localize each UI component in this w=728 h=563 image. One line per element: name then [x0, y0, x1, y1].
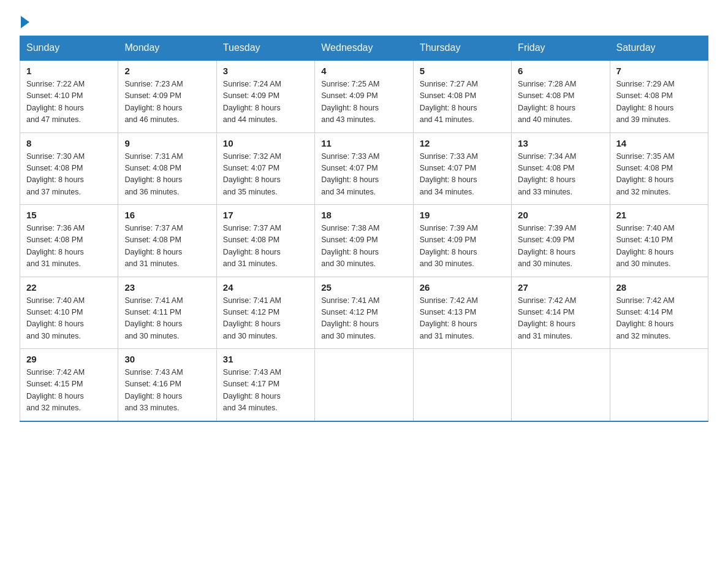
day-number: 30	[124, 354, 210, 364]
page-header	[20, 15, 708, 28]
day-number: 1	[26, 66, 112, 76]
day-info: Sunrise: 7:39 AMSunset: 4:09 PMDaylight:…	[518, 223, 603, 270]
day-number: 26	[420, 282, 505, 293]
col-header-sunday: Sunday	[20, 36, 118, 61]
calendar-cell	[610, 349, 708, 421]
day-number: 12	[420, 138, 505, 148]
calendar-week-row: 22Sunrise: 7:40 AMSunset: 4:10 PMDayligh…	[20, 277, 708, 349]
day-info: Sunrise: 7:34 AMSunset: 4:08 PMDaylight:…	[518, 151, 603, 199]
day-number: 15	[26, 210, 112, 220]
calendar-cell: 29Sunrise: 7:42 AMSunset: 4:15 PMDayligh…	[20, 349, 118, 421]
calendar-table: SundayMondayTuesdayWednesdayThursdayFrid…	[20, 36, 708, 422]
day-info: Sunrise: 7:31 AMSunset: 4:08 PMDaylight:…	[124, 151, 210, 199]
calendar-cell: 11Sunrise: 7:33 AMSunset: 4:07 PMDayligh…	[315, 132, 413, 205]
day-number: 10	[223, 138, 308, 148]
day-info: Sunrise: 7:24 AMSunset: 4:09 PMDaylight:…	[223, 79, 308, 126]
calendar-cell: 28Sunrise: 7:42 AMSunset: 4:14 PMDayligh…	[610, 277, 708, 349]
calendar-cell: 31Sunrise: 7:43 AMSunset: 4:17 PMDayligh…	[216, 349, 314, 421]
col-header-thursday: Thursday	[413, 36, 511, 61]
day-info: Sunrise: 7:23 AMSunset: 4:09 PMDaylight:…	[124, 79, 210, 126]
day-number: 25	[321, 282, 406, 293]
day-info: Sunrise: 7:37 AMSunset: 4:08 PMDaylight:…	[124, 223, 210, 270]
day-number: 17	[223, 210, 308, 220]
calendar-cell: 12Sunrise: 7:33 AMSunset: 4:07 PMDayligh…	[413, 132, 511, 205]
day-info: Sunrise: 7:28 AMSunset: 4:08 PMDaylight:…	[518, 79, 603, 126]
calendar-cell: 5Sunrise: 7:27 AMSunset: 4:08 PMDaylight…	[413, 60, 511, 132]
day-info: Sunrise: 7:43 AMSunset: 4:16 PMDaylight:…	[124, 367, 210, 415]
day-number: 13	[518, 138, 603, 148]
day-number: 31	[223, 354, 308, 364]
day-info: Sunrise: 7:41 AMSunset: 4:11 PMDaylight:…	[124, 295, 210, 343]
day-number: 20	[518, 210, 603, 220]
calendar-cell: 20Sunrise: 7:39 AMSunset: 4:09 PMDayligh…	[512, 205, 610, 277]
day-number: 8	[26, 138, 112, 148]
calendar-cell: 19Sunrise: 7:39 AMSunset: 4:09 PMDayligh…	[413, 205, 511, 277]
calendar-cell: 15Sunrise: 7:36 AMSunset: 4:08 PMDayligh…	[20, 205, 118, 277]
calendar-cell: 17Sunrise: 7:37 AMSunset: 4:08 PMDayligh…	[216, 205, 314, 277]
day-info: Sunrise: 7:33 AMSunset: 4:07 PMDaylight:…	[420, 151, 505, 199]
calendar-header-row: SundayMondayTuesdayWednesdayThursdayFrid…	[20, 36, 708, 61]
day-number: 22	[26, 282, 112, 293]
day-info: Sunrise: 7:33 AMSunset: 4:07 PMDaylight:…	[321, 151, 406, 199]
day-number: 2	[124, 66, 210, 76]
day-info: Sunrise: 7:41 AMSunset: 4:12 PMDaylight:…	[321, 295, 406, 343]
day-info: Sunrise: 7:36 AMSunset: 4:08 PMDaylight:…	[26, 223, 112, 270]
day-number: 28	[616, 282, 702, 293]
logo-line1	[20, 15, 29, 28]
calendar-cell	[413, 349, 511, 421]
day-info: Sunrise: 7:22 AMSunset: 4:10 PMDaylight:…	[26, 79, 112, 126]
day-info: Sunrise: 7:42 AMSunset: 4:15 PMDaylight:…	[26, 367, 112, 415]
calendar-cell: 3Sunrise: 7:24 AMSunset: 4:09 PMDaylight…	[216, 60, 314, 132]
calendar-cell	[315, 349, 413, 421]
day-info: Sunrise: 7:37 AMSunset: 4:08 PMDaylight:…	[223, 223, 308, 270]
day-info: Sunrise: 7:40 AMSunset: 4:10 PMDaylight:…	[616, 223, 702, 270]
day-info: Sunrise: 7:42 AMSunset: 4:14 PMDaylight:…	[616, 295, 702, 343]
col-header-saturday: Saturday	[610, 36, 708, 61]
day-info: Sunrise: 7:40 AMSunset: 4:10 PMDaylight:…	[26, 295, 112, 343]
calendar-cell: 4Sunrise: 7:25 AMSunset: 4:09 PMDaylight…	[315, 60, 413, 132]
calendar-cell: 2Sunrise: 7:23 AMSunset: 4:09 PMDaylight…	[118, 60, 216, 132]
day-info: Sunrise: 7:27 AMSunset: 4:08 PMDaylight:…	[420, 79, 505, 126]
logo-arrow-icon	[21, 16, 29, 28]
calendar-cell: 27Sunrise: 7:42 AMSunset: 4:14 PMDayligh…	[512, 277, 610, 349]
day-number: 29	[26, 354, 112, 364]
day-number: 16	[124, 210, 210, 220]
calendar-week-row: 15Sunrise: 7:36 AMSunset: 4:08 PMDayligh…	[20, 205, 708, 277]
day-info: Sunrise: 7:43 AMSunset: 4:17 PMDaylight:…	[223, 367, 308, 415]
day-info: Sunrise: 7:41 AMSunset: 4:12 PMDaylight:…	[223, 295, 308, 343]
calendar-cell: 8Sunrise: 7:30 AMSunset: 4:08 PMDaylight…	[20, 132, 118, 205]
calendar-cell: 30Sunrise: 7:43 AMSunset: 4:16 PMDayligh…	[118, 349, 216, 421]
day-number: 24	[223, 282, 308, 293]
day-number: 21	[616, 210, 702, 220]
col-header-tuesday: Tuesday	[216, 36, 314, 61]
calendar-cell: 26Sunrise: 7:42 AMSunset: 4:13 PMDayligh…	[413, 277, 511, 349]
day-info: Sunrise: 7:32 AMSunset: 4:07 PMDaylight:…	[223, 151, 308, 199]
day-info: Sunrise: 7:35 AMSunset: 4:08 PMDaylight:…	[616, 151, 702, 199]
day-info: Sunrise: 7:30 AMSunset: 4:08 PMDaylight:…	[26, 151, 112, 199]
day-number: 3	[223, 66, 308, 76]
day-number: 23	[124, 282, 210, 293]
calendar-cell	[512, 349, 610, 421]
day-info: Sunrise: 7:38 AMSunset: 4:09 PMDaylight:…	[321, 223, 406, 270]
day-number: 19	[420, 210, 505, 220]
day-number: 5	[420, 66, 505, 76]
calendar-cell: 14Sunrise: 7:35 AMSunset: 4:08 PMDayligh…	[610, 132, 708, 205]
calendar-cell: 1Sunrise: 7:22 AMSunset: 4:10 PMDaylight…	[20, 60, 118, 132]
calendar-cell: 13Sunrise: 7:34 AMSunset: 4:08 PMDayligh…	[512, 132, 610, 205]
calendar-cell: 18Sunrise: 7:38 AMSunset: 4:09 PMDayligh…	[315, 205, 413, 277]
day-number: 14	[616, 138, 702, 148]
calendar-cell: 6Sunrise: 7:28 AMSunset: 4:08 PMDaylight…	[512, 60, 610, 132]
day-info: Sunrise: 7:42 AMSunset: 4:13 PMDaylight:…	[420, 295, 505, 343]
calendar-cell: 21Sunrise: 7:40 AMSunset: 4:10 PMDayligh…	[610, 205, 708, 277]
col-header-friday: Friday	[512, 36, 610, 61]
calendar-cell: 22Sunrise: 7:40 AMSunset: 4:10 PMDayligh…	[20, 277, 118, 349]
day-number: 11	[321, 138, 406, 148]
day-info: Sunrise: 7:25 AMSunset: 4:09 PMDaylight:…	[321, 79, 406, 126]
logo	[20, 15, 29, 28]
calendar-cell: 23Sunrise: 7:41 AMSunset: 4:11 PMDayligh…	[118, 277, 216, 349]
calendar-week-row: 8Sunrise: 7:30 AMSunset: 4:08 PMDaylight…	[20, 132, 708, 205]
day-info: Sunrise: 7:42 AMSunset: 4:14 PMDaylight:…	[518, 295, 603, 343]
col-header-wednesday: Wednesday	[315, 36, 413, 61]
day-number: 4	[321, 66, 406, 76]
calendar-cell: 16Sunrise: 7:37 AMSunset: 4:08 PMDayligh…	[118, 205, 216, 277]
